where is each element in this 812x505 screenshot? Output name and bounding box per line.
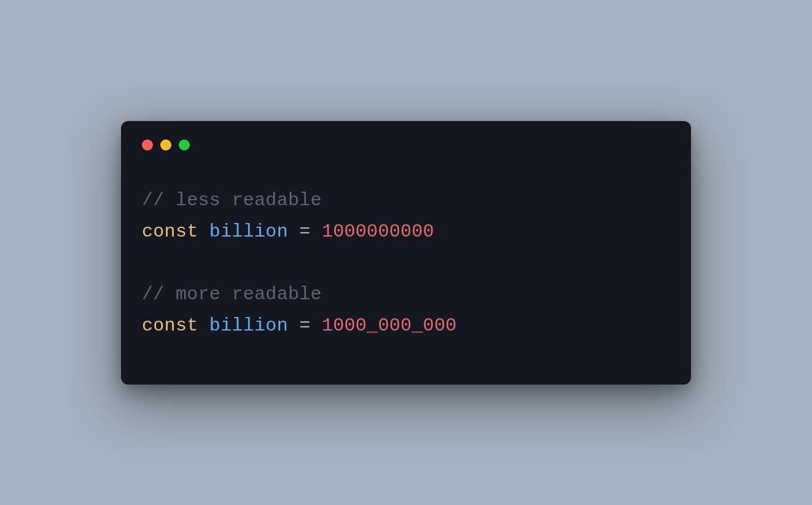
code-line: // more readable	[142, 279, 670, 310]
code-line: const billion = 1000000000	[142, 216, 670, 248]
comment-token: // less readable	[142, 190, 322, 211]
identifier-token: billion	[209, 221, 288, 242]
operator-token: =	[299, 315, 310, 336]
number-token: 1000000000	[322, 221, 434, 242]
number-token: 1000_000_000	[322, 315, 457, 336]
space	[288, 221, 299, 242]
space	[311, 315, 322, 336]
window-controls	[142, 139, 670, 151]
keyword-token: const	[142, 221, 198, 242]
blank-line	[142, 248, 670, 279]
space	[311, 221, 322, 242]
close-icon[interactable]	[142, 139, 153, 151]
identifier-token: billion	[209, 315, 288, 336]
space	[198, 315, 209, 336]
keyword-token: const	[142, 315, 198, 336]
space	[288, 315, 299, 336]
comment-token: // more readable	[142, 284, 322, 305]
code-window: // less readable const billion = 1000000…	[121, 121, 691, 385]
maximize-icon[interactable]	[179, 139, 190, 151]
code-content: // less readable const billion = 1000000…	[142, 185, 670, 342]
code-line: // less readable	[142, 185, 670, 216]
operator-token: =	[299, 221, 310, 242]
code-line: const billion = 1000_000_000	[142, 310, 670, 342]
minimize-icon[interactable]	[160, 139, 171, 151]
space	[198, 221, 209, 242]
